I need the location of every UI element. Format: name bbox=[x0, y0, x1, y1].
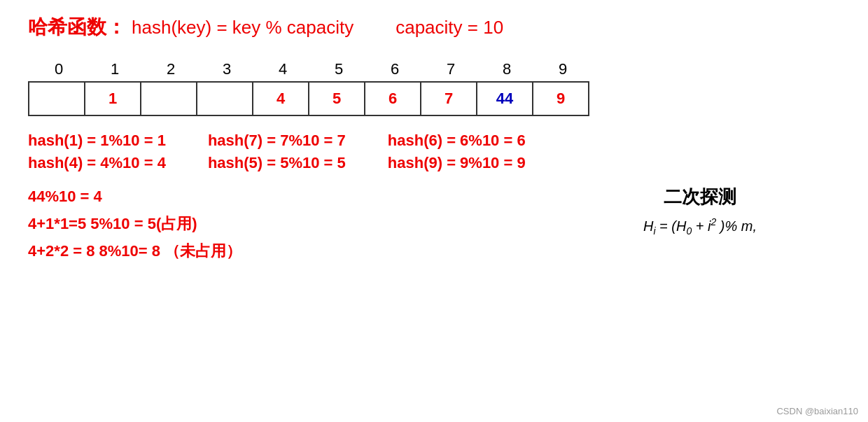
hash-formula-item: hash(4) = 4%10 = 4 bbox=[28, 154, 166, 172]
array-cell bbox=[29, 81, 85, 116]
array-cell: 7 bbox=[421, 81, 477, 116]
hash-formula-item: hash(7) = 7%10 = 7 bbox=[208, 132, 346, 150]
array-section: 0123456789 14567449 bbox=[28, 60, 840, 116]
array-index: 6 bbox=[367, 60, 423, 78]
quadratic-formula: Hi = (H0 + i2 )% m, bbox=[560, 216, 840, 237]
array-cell: 4 bbox=[253, 81, 309, 116]
probe-line-1: 44%10 = 4 bbox=[28, 185, 546, 208]
array-index: 8 bbox=[479, 60, 535, 78]
array-cell: 6 bbox=[365, 81, 421, 116]
array-cell bbox=[141, 81, 197, 116]
array-index: 7 bbox=[423, 60, 479, 78]
array-index: 5 bbox=[311, 60, 367, 78]
hash-row-2: hash(4) = 4%10 = 4hash(5) = 5%10 = 5hash… bbox=[28, 154, 840, 172]
array-index: 3 bbox=[199, 60, 255, 78]
hash-formula-item: hash(9) = 9%10 = 9 bbox=[388, 154, 526, 172]
hash-formula-item: hash(6) = 6%10 = 6 bbox=[388, 132, 526, 150]
bottom-section: 44%10 = 4 4+1*1=5 5%10 = 5(占用) 4+2*2 = 8… bbox=[28, 185, 840, 267]
hash-row-1: hash(1) = 1%10 = 1hash(7) = 7%10 = 7hash… bbox=[28, 132, 840, 150]
array-cell: 9 bbox=[533, 81, 589, 116]
left-probing: 44%10 = 4 4+1*1=5 5%10 = 5(占用) 4+2*2 = 8… bbox=[28, 185, 546, 267]
hash-formula-item: hash(5) = 5%10 = 5 bbox=[208, 154, 346, 172]
title-label: 哈希函数： bbox=[28, 14, 126, 41]
array-cells: 14567449 bbox=[28, 81, 840, 116]
array-index: 1 bbox=[87, 60, 143, 78]
array-cell bbox=[197, 81, 253, 116]
hash-formula-item: hash(1) = 1%10 = 1 bbox=[28, 132, 166, 150]
hash-formulas: hash(1) = 1%10 = 1hash(7) = 7%10 = 7hash… bbox=[28, 132, 840, 172]
quadratic-title: 二次探测 bbox=[560, 185, 840, 209]
array-index: 2 bbox=[143, 60, 199, 78]
right-probing: 二次探测 Hi = (H0 + i2 )% m, bbox=[546, 185, 840, 267]
array-cell: 44 bbox=[477, 81, 533, 116]
array-index: 9 bbox=[535, 60, 591, 78]
array-index: 0 bbox=[31, 60, 87, 78]
array-cell: 1 bbox=[85, 81, 141, 116]
array-indices: 0123456789 bbox=[31, 60, 840, 78]
array-cell: 5 bbox=[309, 81, 365, 116]
probe-line-2: 4+1*1=5 5%10 = 5(占用) bbox=[28, 212, 546, 235]
title-formula: hash(key) = key % capacity bbox=[132, 17, 354, 38]
probe-line-3: 4+2*2 = 8 8%10= 8 （未占用） bbox=[28, 239, 546, 262]
watermark: CSDN @baixian110 bbox=[776, 406, 858, 416]
title-capacity: capacity = 10 bbox=[396, 17, 503, 38]
title-row: 哈希函数： hash(key) = key % capacity capacit… bbox=[28, 14, 840, 41]
array-index: 4 bbox=[255, 60, 311, 78]
